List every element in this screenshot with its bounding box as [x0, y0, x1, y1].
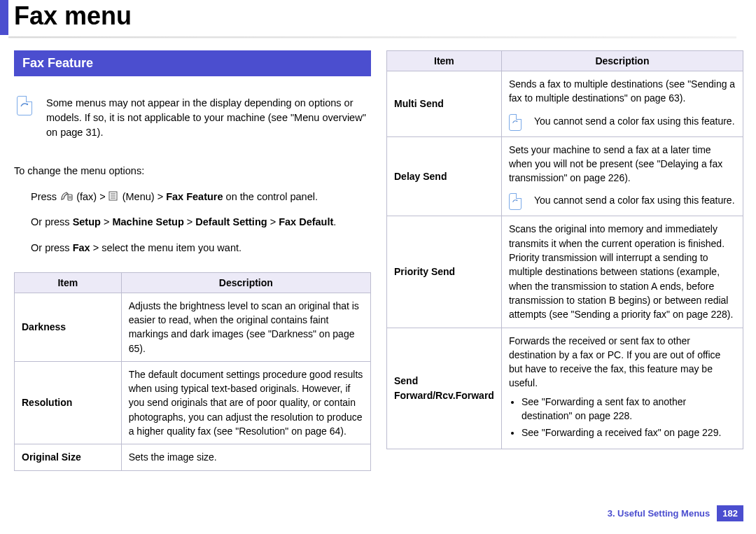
desc-cell: The default document settings procedure … — [121, 361, 370, 444]
step1-menu: (Menu) > — [122, 191, 166, 202]
item-cell: Delay Send — [387, 136, 502, 216]
step3-b1: Fax — [73, 242, 90, 253]
desc-cell: Adjusts the brightness level to scan an … — [121, 293, 370, 361]
title-underline — [8, 36, 736, 38]
table-row: Original Size Sets the image size. — [15, 444, 371, 470]
step1-suffix: on the control panel. — [226, 191, 318, 202]
step-1: Press (fax) > (Menu) > Fax Feature on th… — [14, 188, 371, 206]
note-page-icon — [17, 96, 32, 115]
th-desc-l: Description — [121, 272, 370, 293]
right-table: Item Description Multi Send Sends a fax … — [386, 50, 743, 449]
step1-fax: (fax) > — [76, 191, 108, 202]
svg-point-9 — [517, 200, 518, 202]
page: Fax menu Fax Feature Some menus may not … — [0, 0, 756, 471]
bullet-list: See "Forwarding a sent fax to another de… — [509, 395, 736, 440]
step3-prefix: Or press — [31, 242, 73, 253]
step1-prefix: Press — [31, 191, 59, 202]
desc-cell: Sets the image size. — [121, 444, 370, 470]
desc-cell: Sends a fax to multiple destinations (se… — [501, 71, 743, 137]
page-title: Fax menu — [14, 1, 132, 31]
item-cell: Darkness — [15, 293, 122, 361]
item-cell: Original Size — [15, 444, 122, 470]
desc-text: Forwards the received or sent fax to oth… — [509, 334, 736, 391]
page-footer: 3. Useful Setting Menus 182 — [608, 505, 743, 521]
step2-s2: > — [184, 216, 196, 227]
table-row: Darkness Adjusts the brightness level to… — [15, 293, 371, 361]
content-columns: Fax Feature Some menus may not appear in… — [0, 50, 743, 471]
svg-rect-1 — [68, 195, 72, 200]
step2-b1: Setup — [73, 216, 101, 227]
step3-suffix: > select the menu item you want. — [93, 242, 241, 253]
footer-chapter: 3. Useful Setting Menus — [608, 508, 710, 519]
desc-text: Sets your machine to send a fax at a lat… — [509, 143, 736, 185]
inner-note-text: You cannot send a color fax using this f… — [534, 193, 735, 207]
note-page-icon — [509, 114, 522, 131]
menu-icon — [108, 191, 120, 202]
table-row: Priority Send Scans the original into me… — [387, 216, 743, 328]
desc-cell: Sets your machine to send a fax at a lat… — [501, 136, 743, 216]
list-item: See "Forwarding a sent fax to another de… — [522, 395, 736, 423]
step2-b3: Default Setting — [195, 216, 267, 227]
step2-s1: > — [101, 216, 113, 227]
table-row: Resolution The default document settings… — [15, 361, 371, 444]
note-text: Some menus may not appear in the display… — [46, 96, 368, 140]
intro-text: To change the menu options: — [14, 162, 371, 180]
left-table: Item Description Darkness Adjusts the br… — [14, 272, 371, 471]
desc-cell: Scans the original into memory and immed… — [501, 216, 743, 328]
step2-prefix: Or press — [31, 216, 73, 227]
svg-point-8 — [517, 120, 518, 122]
th-item-l: Item — [15, 272, 122, 293]
svg-point-0 — [27, 104, 28, 105]
note-icon-wrap — [17, 96, 36, 140]
item-cell: Priority Send — [387, 216, 502, 328]
step2-suffix: . — [333, 216, 336, 227]
item-cell: Resolution — [15, 361, 122, 444]
inner-note: You cannot send a color fax using this f… — [509, 193, 736, 210]
step2-b4: Fax Default — [279, 216, 333, 227]
th-desc-r: Description — [501, 51, 743, 71]
inner-note-text: You cannot send a color fax using this f… — [534, 114, 735, 128]
desc-cell: Forwards the received or sent fax to oth… — [501, 328, 743, 449]
table-row: Delay Send Sets your machine to send a f… — [387, 136, 743, 216]
step2-s3: > — [267, 216, 279, 227]
title-accent — [0, 0, 8, 35]
page-number: 182 — [717, 505, 743, 521]
note-page-icon — [509, 193, 522, 210]
th-item-r: Item — [387, 51, 502, 71]
right-column: Item Description Multi Send Sends a fax … — [386, 50, 743, 471]
left-column: Fax Feature Some menus may not appear in… — [14, 50, 371, 471]
step2-b2: Machine Setup — [112, 216, 183, 227]
step-3: Or press Fax > select the menu item you … — [14, 239, 371, 257]
note-box: Some menus may not appear in the display… — [14, 90, 371, 146]
title-bar: Fax menu — [0, 0, 743, 35]
item-cell: Send Forward/Rcv.Forward — [387, 328, 502, 449]
desc-text: Sends a fax to multiple destinations (se… — [509, 77, 736, 106]
section-header: Fax Feature — [14, 50, 371, 76]
step1-bold: Fax Feature — [166, 191, 223, 202]
list-item: See "Forwarding a received fax" on page … — [522, 426, 736, 440]
step-2: Or press Setup > Machine Setup > Default… — [14, 213, 371, 231]
inner-note: You cannot send a color fax using this f… — [509, 114, 736, 131]
table-row: Send Forward/Rcv.Forward Forwards the re… — [387, 328, 743, 449]
item-cell: Multi Send — [387, 71, 502, 137]
fax-phone-icon — [59, 191, 74, 202]
table-row: Multi Send Sends a fax to multiple desti… — [387, 71, 743, 137]
